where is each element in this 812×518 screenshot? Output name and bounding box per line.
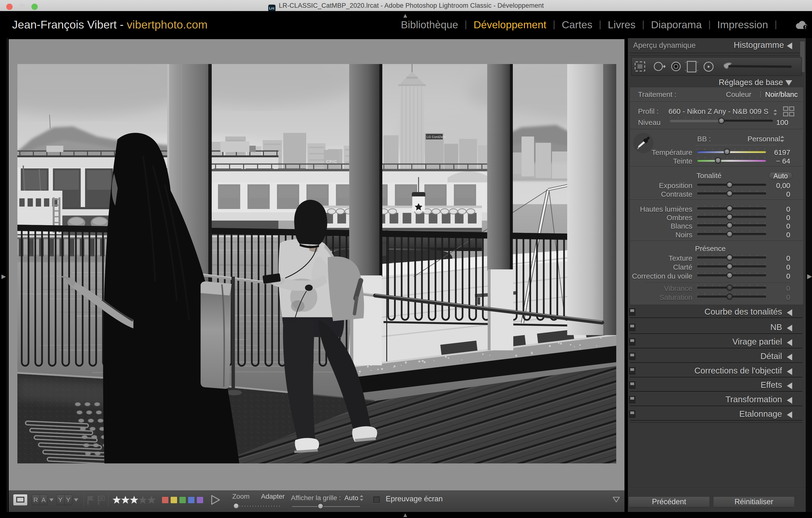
svg-text:CPIC: CPIC: [326, 160, 337, 164]
svg-text:LG CordZero: LG CordZero: [427, 135, 446, 139]
